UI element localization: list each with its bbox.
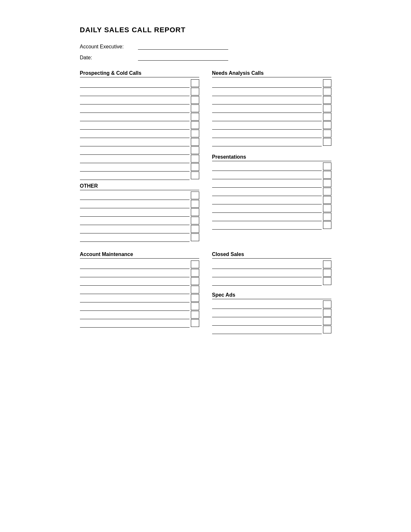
prospecting-box-2[interactable] (191, 88, 199, 95)
am-box-1[interactable] (191, 261, 199, 268)
needs-line-3[interactable] (212, 96, 322, 104)
pres-box-5[interactable] (323, 196, 331, 204)
prospecting-box-5[interactable] (191, 113, 199, 121)
other-line-6[interactable] (80, 233, 190, 242)
other-line-3[interactable] (80, 208, 190, 217)
account-executive-input[interactable] (138, 43, 228, 50)
am-box-3[interactable] (191, 277, 199, 285)
other-box-5[interactable] (191, 225, 199, 233)
sa-line-2[interactable] (212, 309, 322, 317)
pres-box-8[interactable] (323, 221, 331, 229)
pres-line-1[interactable] (212, 163, 322, 171)
sa-box-1[interactable] (323, 300, 331, 308)
prospecting-line-4[interactable] (80, 104, 190, 113)
prospecting-line-2[interactable] (80, 88, 190, 96)
prospecting-box-12[interactable] (191, 172, 199, 179)
am-line-7[interactable] (80, 311, 190, 319)
prospecting-box-6[interactable] (191, 121, 199, 129)
prospecting-line-8[interactable] (80, 138, 190, 146)
needs-line-1[interactable] (212, 79, 322, 88)
pres-box-7[interactable] (323, 213, 331, 221)
sa-line-1[interactable] (212, 300, 322, 309)
pres-line-3[interactable] (212, 179, 322, 188)
needs-line-8[interactable] (212, 138, 322, 146)
am-box-2[interactable] (191, 269, 199, 277)
other-line-1[interactable] (80, 192, 190, 200)
prospecting-line-5[interactable] (80, 113, 190, 121)
other-line-5[interactable] (80, 225, 190, 233)
pres-box-6[interactable] (323, 204, 331, 212)
prospecting-box-7[interactable] (191, 130, 199, 137)
pres-box-2[interactable] (323, 171, 331, 179)
other-box-6[interactable] (191, 233, 199, 241)
am-line-4[interactable] (80, 286, 190, 294)
needs-box-2[interactable] (323, 88, 331, 95)
other-box-4[interactable] (191, 217, 199, 224)
date-input[interactable] (138, 54, 228, 61)
other-line-4[interactable] (80, 217, 190, 225)
needs-box-8[interactable] (323, 138, 331, 146)
am-line-1[interactable] (80, 261, 190, 269)
other-box-3[interactable] (191, 208, 199, 216)
sa-line-3[interactable] (212, 317, 322, 326)
sa-box-4[interactable] (323, 326, 331, 333)
prospecting-box-11[interactable] (191, 163, 199, 171)
cs-line-2[interactable] (212, 269, 322, 277)
am-box-4[interactable] (191, 286, 199, 293)
needs-line-2[interactable] (212, 88, 322, 96)
am-box-8[interactable] (191, 319, 199, 327)
am-line-6[interactable] (80, 302, 190, 311)
pres-line-7[interactable] (212, 213, 322, 221)
prospecting-box-9[interactable] (191, 146, 199, 154)
pres-box-1[interactable] (323, 163, 331, 170)
am-box-5[interactable] (191, 294, 199, 302)
sa-box-2[interactable] (323, 309, 331, 317)
needs-box-1[interactable] (323, 79, 331, 87)
other-box-2[interactable] (191, 200, 199, 208)
cs-box-2[interactable] (323, 269, 331, 277)
needs-line-5[interactable] (212, 113, 322, 121)
pres-box-4[interactable] (323, 188, 331, 195)
prospecting-box-1[interactable] (191, 79, 199, 87)
needs-line-4[interactable] (212, 104, 322, 113)
pres-box-3[interactable] (323, 179, 331, 187)
prospecting-line-10[interactable] (80, 155, 190, 163)
am-line-8[interactable] (80, 319, 190, 328)
prospecting-box-4[interactable] (191, 104, 199, 112)
prospecting-line-9[interactable] (80, 146, 190, 155)
needs-box-6[interactable] (323, 121, 331, 129)
pres-line-8[interactable] (212, 221, 322, 230)
needs-box-7[interactable] (323, 130, 331, 137)
prospecting-box-3[interactable] (191, 96, 199, 104)
prospecting-box-10[interactable] (191, 155, 199, 163)
cs-box-3[interactable] (323, 277, 331, 285)
prospecting-line-1[interactable] (80, 79, 190, 88)
needs-line-7[interactable] (212, 130, 322, 138)
other-line-2[interactable] (80, 200, 190, 208)
prospecting-line-3[interactable] (80, 96, 190, 104)
am-line-5[interactable] (80, 294, 190, 302)
prospecting-line-6[interactable] (80, 121, 190, 130)
am-line-2[interactable] (80, 269, 190, 277)
prospecting-line-12[interactable] (80, 172, 190, 180)
sa-line-4[interactable] (212, 326, 322, 334)
prospecting-line-11[interactable] (80, 163, 190, 172)
am-box-7[interactable] (191, 311, 199, 319)
pres-line-6[interactable] (212, 204, 322, 213)
prospecting-line-7[interactable] (80, 130, 190, 138)
am-line-3[interactable] (80, 277, 190, 286)
sa-box-3[interactable] (323, 317, 331, 325)
needs-line-6[interactable] (212, 121, 322, 130)
needs-box-5[interactable] (323, 113, 331, 121)
prospecting-box-8[interactable] (191, 138, 199, 146)
other-box-1[interactable] (191, 192, 199, 199)
needs-box-3[interactable] (323, 96, 331, 104)
cs-line-1[interactable] (212, 261, 322, 269)
needs-box-4[interactable] (323, 104, 331, 112)
pres-line-4[interactable] (212, 188, 322, 196)
pres-line-2[interactable] (212, 171, 322, 179)
cs-box-1[interactable] (323, 261, 331, 268)
pres-line-5[interactable] (212, 196, 322, 204)
am-box-6[interactable] (191, 302, 199, 310)
cs-line-3[interactable] (212, 277, 322, 286)
